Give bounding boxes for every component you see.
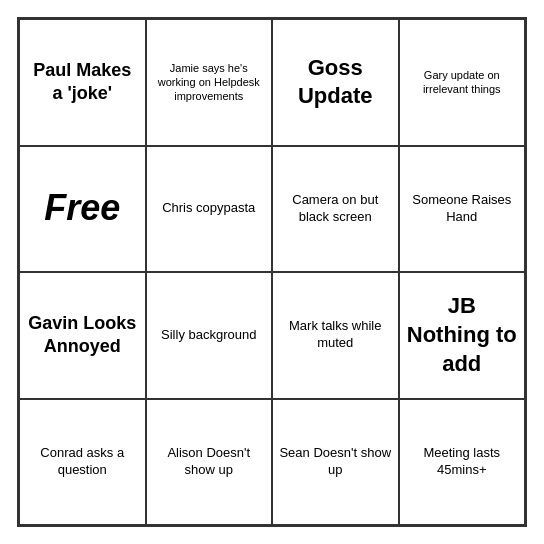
bingo-board: Paul Makes a 'joke'Jamie says he's worki…: [17, 17, 527, 527]
bingo-cell-r3c3[interactable]: Meeting lasts 45mins+: [399, 399, 526, 526]
cell-text-r2c3: JB Nothing to add: [406, 292, 519, 378]
bingo-cell-r1c3[interactable]: Someone Raises Hand: [399, 146, 526, 273]
bingo-cell-r3c1[interactable]: Alison Doesn't show up: [146, 399, 273, 526]
bingo-grid: Paul Makes a 'joke'Jamie says he's worki…: [19, 19, 525, 525]
bingo-cell-r2c1[interactable]: Silly background: [146, 272, 273, 399]
bingo-cell-r0c3[interactable]: Gary update on irrelevant things: [399, 19, 526, 146]
cell-text-r1c3: Someone Raises Hand: [406, 192, 519, 226]
cell-text-r3c1: Alison Doesn't show up: [153, 445, 266, 479]
cell-text-r1c0: Free: [44, 185, 120, 232]
bingo-cell-r1c0[interactable]: Free: [19, 146, 146, 273]
cell-text-r2c2: Mark talks while muted: [279, 318, 392, 352]
cell-text-r0c1: Jamie says he's working on Helpdesk impr…: [153, 61, 266, 104]
bingo-cell-r0c2[interactable]: Goss Update: [272, 19, 399, 146]
bingo-cell-r1c1[interactable]: Chris copypasta: [146, 146, 273, 273]
bingo-cell-r2c0[interactable]: Gavin Looks Annoyed: [19, 272, 146, 399]
cell-text-r0c3: Gary update on irrelevant things: [406, 68, 519, 97]
bingo-cell-r3c0[interactable]: Conrad asks a question: [19, 399, 146, 526]
cell-text-r0c2: Goss Update: [279, 54, 392, 111]
cell-text-r3c0: Conrad asks a question: [26, 445, 139, 479]
cell-text-r1c2: Camera on but black screen: [279, 192, 392, 226]
bingo-cell-r0c1[interactable]: Jamie says he's working on Helpdesk impr…: [146, 19, 273, 146]
cell-text-r2c1: Silly background: [161, 327, 256, 344]
cell-text-r2c0: Gavin Looks Annoyed: [26, 312, 139, 359]
cell-text-r1c1: Chris copypasta: [162, 200, 255, 217]
cell-text-r3c3: Meeting lasts 45mins+: [406, 445, 519, 479]
bingo-cell-r2c3[interactable]: JB Nothing to add: [399, 272, 526, 399]
bingo-cell-r1c2[interactable]: Camera on but black screen: [272, 146, 399, 273]
bingo-cell-r3c2[interactable]: Sean Doesn't show up: [272, 399, 399, 526]
bingo-cell-r0c0[interactable]: Paul Makes a 'joke': [19, 19, 146, 146]
cell-text-r3c2: Sean Doesn't show up: [279, 445, 392, 479]
cell-text-r0c0: Paul Makes a 'joke': [26, 59, 139, 106]
bingo-cell-r2c2[interactable]: Mark talks while muted: [272, 272, 399, 399]
